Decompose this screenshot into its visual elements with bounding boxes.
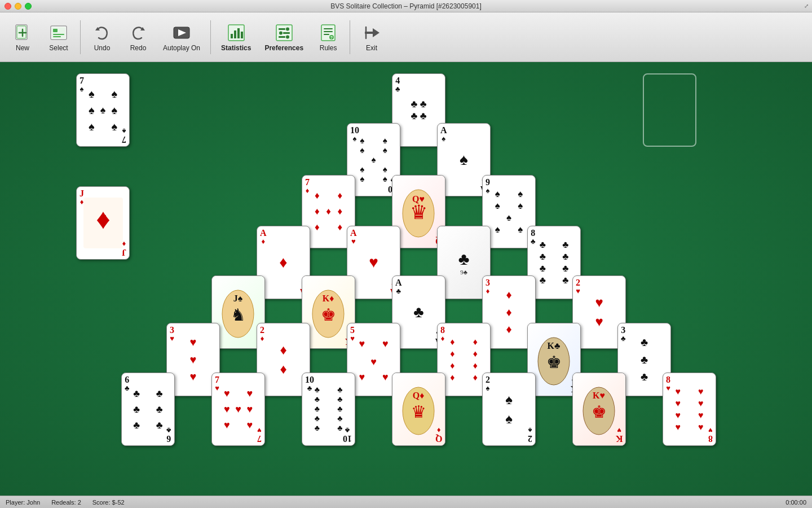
redo-button[interactable]: Redo [121, 19, 155, 55]
svg-marker-30 [373, 28, 379, 37]
traffic-lights[interactable] [5, 3, 32, 10]
select-icon [48, 23, 69, 43]
waste-card[interactable]: J ♦ 🃋 ♦ J J ♦ [76, 186, 130, 260]
svg-rect-25 [324, 31, 333, 32]
svg-point-18 [286, 27, 289, 30]
redeals-status: Redeals: 2 [51, 499, 81, 506]
svg-rect-12 [231, 34, 233, 38]
game-area: 7 ♠ ♠ ♠ ♠ ♠ ♠ ♠ ♠ 7 ♠ J ♦ 🃋 ♦ J [0, 62, 812, 508]
pyramid-r7-c7[interactable]: 8♥ ♥♥ ♥♥ ♥♥ ♥♥ 8♥ [663, 373, 716, 446]
svg-text:Q♥: Q♥ [412, 194, 425, 204]
pyramid-r7-c5[interactable]: 2♠ ♠ ♠ 2♠ [482, 373, 536, 446]
svg-text:♚: ♚ [592, 402, 607, 421]
pyramid-r7-c6[interactable]: K♥ ♚ K♥ K♥ [572, 373, 626, 446]
svg-text:?: ? [330, 36, 333, 40]
rules-icon: ? [318, 23, 338, 43]
minimize-button[interactable] [15, 3, 21, 10]
svg-text:K♥: K♥ [593, 391, 605, 400]
titlebar: BVS Solitaire Collection – Pyramid [#262… [0, 0, 812, 12]
statistics-button[interactable]: Statistics [215, 19, 257, 55]
rules-button[interactable]: ? Rules [311, 19, 345, 55]
select-label: Select [49, 44, 68, 52]
svg-text:♞: ♞ [231, 305, 246, 324]
statusbar: Player: John Redeals: 2 Score: $-52 0:00… [0, 496, 812, 508]
exit-label: Exit [366, 44, 377, 52]
select-button[interactable]: Select [42, 19, 76, 55]
svg-rect-24 [324, 28, 333, 29]
svg-rect-13 [234, 30, 236, 38]
preferences-label: Preferences [264, 44, 303, 52]
undo-icon [92, 23, 112, 43]
resize-icon[interactable]: ⤢ [804, 3, 809, 9]
window-title: BVS Solitaire Collection – Pyramid [#262… [330, 2, 482, 10]
svg-rect-6 [53, 36, 61, 37]
svg-text:♚: ♚ [546, 353, 562, 371]
timer-status: 0:00:00 [785, 499, 806, 506]
svg-text:♛: ♛ [410, 202, 427, 224]
svg-point-22 [286, 35, 289, 38]
svg-rect-21 [279, 36, 285, 38]
svg-rect-17 [279, 28, 285, 30]
new-label: New [16, 44, 29, 52]
exit-icon [361, 23, 382, 43]
pyramid-r7-c2[interactable]: 7♥ ♥♥ ♥♥ ♥♥ ♥ 7♥ [211, 373, 265, 446]
maximize-button[interactable] [25, 3, 32, 10]
svg-rect-5 [53, 34, 64, 35]
pyramid-r7-c4[interactable]: Q♦ ♛ Q♦ Q♦ [392, 373, 445, 446]
autoplay-button[interactable]: Autoplay On [157, 19, 206, 55]
svg-rect-14 [237, 28, 240, 38]
sep3 [350, 20, 350, 54]
svg-text:K♦: K♦ [323, 294, 334, 303]
preferences-button[interactable]: Preferences [259, 19, 309, 55]
svg-text:K♣: K♣ [548, 341, 561, 351]
pyramid-r7-c3[interactable]: 10♣ ♣♣ ♣♣ ♣♣ ♣♣ ♣♣ 10♣ [302, 373, 355, 446]
rules-label: Rules [320, 44, 337, 52]
svg-point-20 [279, 31, 283, 34]
new-button[interactable]: New [6, 19, 39, 55]
score-status: Score: $-52 [92, 499, 125, 506]
sep1 [80, 20, 81, 54]
statistics-label: Statistics [221, 44, 251, 52]
stock-card[interactable]: 7 ♠ ♠ ♠ ♠ ♠ ♠ ♠ ♠ 7 ♠ [76, 73, 130, 147]
svg-rect-19 [283, 32, 290, 34]
svg-text:♚: ♚ [321, 305, 336, 324]
player-status: Player: John [6, 499, 40, 506]
toolbar: New Select Undo [0, 12, 812, 62]
exit-button[interactable]: Exit [355, 19, 389, 55]
autoplay-icon [171, 23, 192, 43]
svg-rect-4 [53, 29, 58, 32]
svg-text:Q♦: Q♦ [413, 391, 425, 400]
undo-button[interactable]: Undo [85, 19, 119, 55]
undo-label: Undo [94, 44, 111, 52]
statistics-icon [226, 23, 246, 43]
preferences-icon [274, 23, 294, 43]
svg-text:J♠: J♠ [233, 294, 243, 303]
redo-icon [128, 23, 148, 43]
sep2 [210, 20, 211, 54]
svg-rect-26 [324, 34, 329, 35]
new-icon [12, 23, 33, 43]
svg-text:♛: ♛ [411, 402, 426, 421]
redo-label: Redo [130, 44, 147, 52]
pyramid-r7-c1[interactable]: 6♣ ♣♣ ♣♣ ♣♣ 6♣ [121, 373, 175, 446]
discard-slot[interactable] [643, 73, 696, 147]
close-button[interactable] [5, 3, 11, 10]
autoplay-label: Autoplay On [163, 44, 200, 52]
svg-rect-15 [241, 32, 243, 38]
svg-text:J: J [100, 212, 106, 226]
